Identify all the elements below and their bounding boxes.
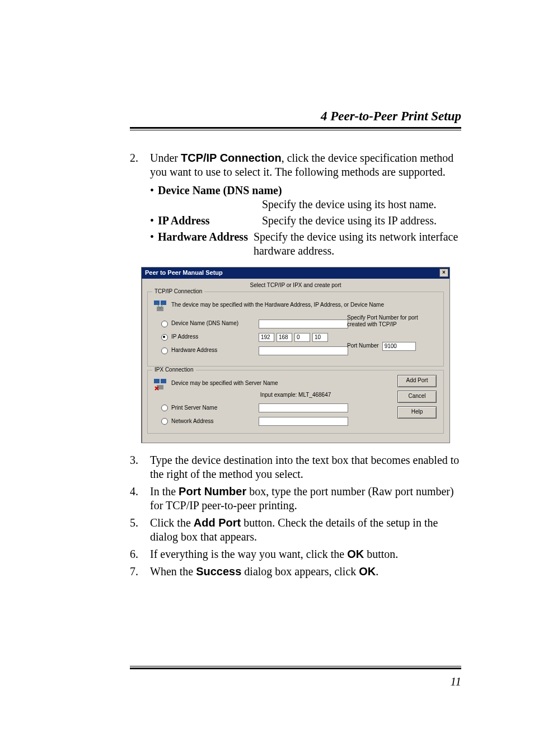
close-icon[interactable]: × <box>439 269 448 277</box>
ipx-description: Device may be specified with Server Name <box>171 380 278 387</box>
text: When the <box>150 565 196 577</box>
divider <box>130 130 461 130</box>
dialog-body: Select TCP/IP or IPX and create port TCP… <box>142 279 449 443</box>
text: Click the <box>150 516 194 529</box>
text: Under <box>150 152 181 164</box>
port-hint-2: created with TCP/IP <box>347 321 437 328</box>
divider <box>130 666 461 666</box>
dns-input[interactable] <box>259 320 348 328</box>
tcpip-legend: TCP/IP Connection <box>152 288 204 295</box>
ipx-fieldset: IPX Connection Device may be specified w… <box>147 370 444 434</box>
step-6: 6. If everything is the way you want, cl… <box>130 547 461 561</box>
ipx-description-row: Device may be specified with Server Name <box>153 377 438 391</box>
divider <box>130 127 461 129</box>
bullet-list: • Device Name (DNS name) Specify the dev… <box>150 184 461 258</box>
step-text: Click the Add Port button. Check the det… <box>150 516 461 544</box>
section-title: 4 Peer-to-Peer Print Setup <box>130 109 461 127</box>
step-number: 6. <box>130 547 150 561</box>
psn-input[interactable] <box>259 403 348 412</box>
step-number: 3. <box>130 453 150 481</box>
step-number: 4. <box>130 485 150 513</box>
bullet-desc: Specify the device using its host name. <box>262 198 461 212</box>
radio-dns-label: Device Name (DNS Name) <box>171 320 255 327</box>
bold-text: Hardware Address <box>158 231 248 243</box>
step-number: 2. <box>130 151 150 179</box>
dialog: Peer to Peer Manual Setup × Select TCP/I… <box>141 267 450 443</box>
radio-ip[interactable] <box>161 334 168 341</box>
help-button[interactable]: Help <box>397 406 437 419</box>
content-area: 2. Under TCP/IP Connection, click the de… <box>130 151 461 582</box>
network-icon <box>153 299 167 312</box>
step-text: Type the device destination into the tex… <box>150 453 461 481</box>
bold-text: Port Number <box>179 485 246 497</box>
tcpip-fieldset: TCP/IP Connection The device may be spec… <box>147 292 444 367</box>
bullet-label: Hardware Address <box>158 230 254 244</box>
step-number: 7. <box>130 565 150 579</box>
step-text: If everything is the way you want, click… <box>150 547 461 561</box>
ip-octet-group: 192 168 0 10 <box>259 333 328 342</box>
step-number: 5. <box>130 516 150 544</box>
bullet-desc: Specify the device using its network int… <box>254 230 461 258</box>
tcpip-description-row: The device may be specified with the Har… <box>153 299 438 312</box>
step-5: 5. Click the Add Port button. Check the … <box>130 516 461 544</box>
bold-text: Success <box>196 565 241 577</box>
step-3: 3. Type the device destination into the … <box>130 453 461 481</box>
dialog-titlebar: Peer to Peer Manual Setup × <box>142 267 449 279</box>
step-4: 4. In the Port Number box, type the port… <box>130 485 461 513</box>
step-text: In the Port Number box, type the port nu… <box>150 485 461 513</box>
text: . <box>376 565 378 577</box>
text: If everything is the way you want, click… <box>150 548 347 560</box>
text: dialog box appears, click <box>241 565 359 577</box>
bold-text: TCP/IP Connection <box>181 152 282 164</box>
cancel-button[interactable]: Cancel <box>397 391 437 403</box>
bold-text: OK <box>347 548 364 560</box>
bullet-hw: • Hardware Address Specify the device us… <box>150 230 461 258</box>
step-7: 7. When the Success dialog box appears, … <box>130 565 461 579</box>
ip-octet-1[interactable]: 192 <box>259 333 274 342</box>
bullet-dot: • <box>150 230 158 244</box>
button-column: Add Port Cancel Help <box>397 375 437 422</box>
svg-rect-6 <box>161 379 166 383</box>
svg-rect-5 <box>154 379 160 383</box>
hw-input[interactable] <box>259 346 348 355</box>
port-input[interactable]: 9100 <box>382 342 416 351</box>
step-2: 2. Under TCP/IP Connection, click the de… <box>130 151 461 179</box>
bullet-ip: • IP Address Specify the device using it… <box>150 214 461 228</box>
ip-octet-3[interactable]: 0 <box>294 333 310 342</box>
page-footer: 11 <box>130 666 461 689</box>
ip-octet-4[interactable]: 10 <box>312 333 328 342</box>
step-text: When the Success dialog box appears, cli… <box>150 565 461 579</box>
text: button. <box>364 548 398 560</box>
step-text: Under TCP/IP Connection, click the devic… <box>150 151 461 179</box>
radio-net-label: Network Address <box>171 418 255 425</box>
port-label: Port Number <box>347 342 379 350</box>
page: 4 Peer-to-Peer Print Setup 2. Under TCP/… <box>0 0 534 756</box>
radio-dns[interactable] <box>161 321 168 327</box>
radio-net[interactable] <box>161 418 168 425</box>
bullet-label: IP Address <box>158 214 262 228</box>
network-ipx-icon <box>153 377 167 391</box>
dialog-title-text: Peer to Peer Manual Setup <box>145 269 223 276</box>
bold-text: IP Address <box>158 214 209 227</box>
bullet-dot: • <box>150 214 158 228</box>
port-column: Specify Port Number for port created wit… <box>347 314 437 351</box>
net-input[interactable] <box>259 417 348 426</box>
bullet-dns: • Device Name (DNS name) Specify the dev… <box>150 184 461 212</box>
page-number: 11 <box>130 675 461 689</box>
add-port-button[interactable]: Add Port <box>397 375 437 387</box>
tcpip-description: The device may be specified with the Har… <box>171 302 384 309</box>
ipx-legend: IPX Connection <box>152 367 196 374</box>
radio-hw[interactable] <box>161 348 168 354</box>
text: In the <box>150 485 179 497</box>
radio-psn[interactable] <box>161 405 168 411</box>
port-hint-1: Specify Port Number for port <box>347 314 437 322</box>
bullet-body: Device Name (DNS name) Specify the devic… <box>158 184 461 212</box>
ipx-input-example: Input example: MLT_468647 <box>152 392 439 399</box>
ip-octet-2[interactable]: 168 <box>277 333 292 342</box>
port-row: Port Number 9100 <box>347 342 437 351</box>
bold-text: Add Port <box>194 516 241 529</box>
bullet-desc: Specify the device using its IP address. <box>262 214 461 228</box>
radio-ip-label: IP Address <box>171 334 255 341</box>
bullet-label: Device Name (DNS name) <box>158 184 282 196</box>
bullet-dot: • <box>150 184 158 212</box>
